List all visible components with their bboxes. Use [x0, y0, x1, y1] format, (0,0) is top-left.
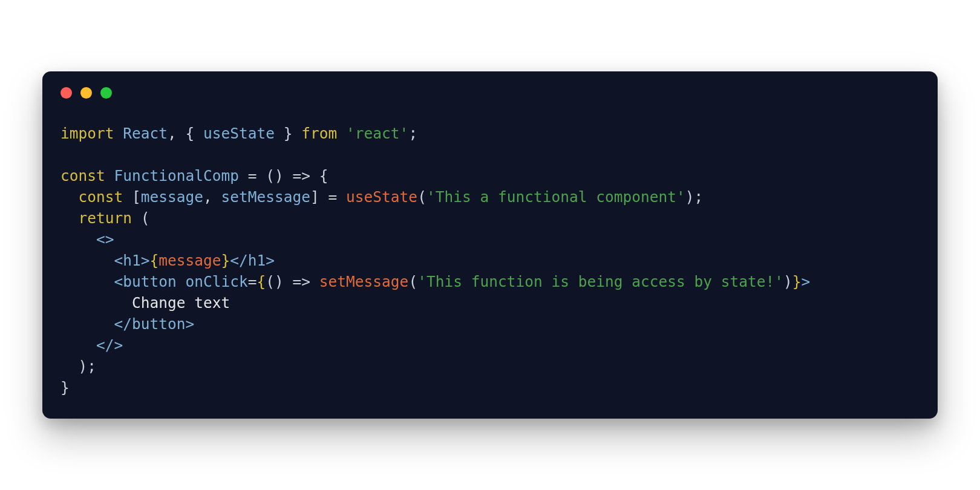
punct: , {	[168, 125, 203, 142]
jsx-h1-close: </h1>	[230, 252, 275, 269]
punct: )	[783, 273, 792, 290]
identifier-setmessage: setMessage	[221, 188, 311, 206]
punct: );	[60, 358, 96, 375]
space	[337, 125, 346, 142]
indent	[60, 336, 96, 354]
brace: {	[257, 273, 266, 290]
punct: }	[60, 379, 70, 396]
indent	[60, 209, 79, 227]
string-literal: 'This function is being access by state!…	[417, 273, 783, 290]
code-line-5: return (	[60, 209, 150, 227]
punct: ;	[408, 125, 417, 142]
code-line-9: Change text	[60, 294, 230, 312]
identifier-react: React	[114, 125, 168, 142]
indent	[60, 294, 132, 312]
identifier-message: message	[158, 252, 221, 269]
brace: }	[792, 273, 802, 290]
punct: );	[685, 188, 704, 206]
keyword-return: return	[79, 209, 132, 227]
code-line-13: }	[60, 379, 70, 396]
keyword-const: const	[60, 167, 105, 185]
brace: {	[150, 252, 159, 269]
indent	[60, 230, 96, 248]
string-literal: 'react'	[346, 125, 408, 142]
code-line-7: <h1>{message}</h1>	[60, 252, 275, 269]
code-block: import React, { useState } from 'react';…	[60, 123, 920, 398]
close-icon[interactable]	[60, 87, 72, 99]
code-window: import React, { useState } from 'react';…	[42, 71, 938, 419]
brace: }	[221, 252, 230, 269]
code-line-10: </button>	[60, 315, 194, 333]
indent	[60, 252, 114, 269]
stage: import React, { useState } from 'react';…	[0, 0, 980, 490]
code-line-12: );	[60, 358, 96, 375]
identifier-functionalcomp: FunctionalComp	[105, 167, 248, 185]
jsx-h1-open: <h1>	[114, 252, 150, 269]
window-titlebar	[60, 87, 920, 99]
punct: ,	[203, 188, 221, 206]
minimize-icon[interactable]	[80, 87, 92, 99]
code-line-4: const [message, setMessage] = useState('…	[60, 188, 703, 206]
keyword-from: from	[301, 125, 337, 142]
jsx-fragment-open: <>	[96, 230, 114, 248]
jsx-button-open-end: >	[801, 273, 810, 290]
jsx-button-open: <button	[114, 273, 177, 290]
call-setmessage: setMessage	[319, 273, 409, 290]
punct: (	[408, 273, 417, 290]
identifier-usestate: useState	[203, 125, 275, 142]
indent	[60, 188, 79, 206]
punct: =	[248, 273, 257, 290]
identifier-message: message	[141, 188, 203, 206]
code-line-6: <>	[60, 230, 114, 248]
code-line-1: import React, { useState } from 'react';	[60, 125, 417, 142]
indent	[60, 273, 114, 290]
jsx-button-close: </button>	[114, 315, 195, 333]
space	[177, 273, 186, 290]
jsx-attr-onclick: onClick	[186, 273, 248, 290]
code-line-11: </>	[60, 336, 123, 354]
code-line-8: <button onClick={() => setMessage('This …	[60, 273, 810, 290]
code-line-3: const FunctionalComp = () => {	[60, 167, 328, 185]
punct: }	[275, 125, 301, 142]
arrow: () =>	[266, 273, 319, 290]
string-literal: 'This a functional component'	[426, 188, 685, 206]
call-usestate: useState	[346, 188, 417, 206]
punct: ] =	[310, 188, 346, 206]
jsx-fragment-close: </>	[96, 336, 123, 354]
jsx-text-change: Change text	[132, 294, 230, 312]
indent	[60, 315, 114, 333]
punct: [	[123, 188, 141, 206]
punct: (	[132, 209, 150, 227]
keyword-import: import	[60, 125, 114, 142]
keyword-const: const	[79, 188, 123, 206]
punct: (	[417, 188, 426, 206]
zoom-icon[interactable]	[100, 87, 112, 99]
punct: = () => {	[248, 167, 328, 185]
